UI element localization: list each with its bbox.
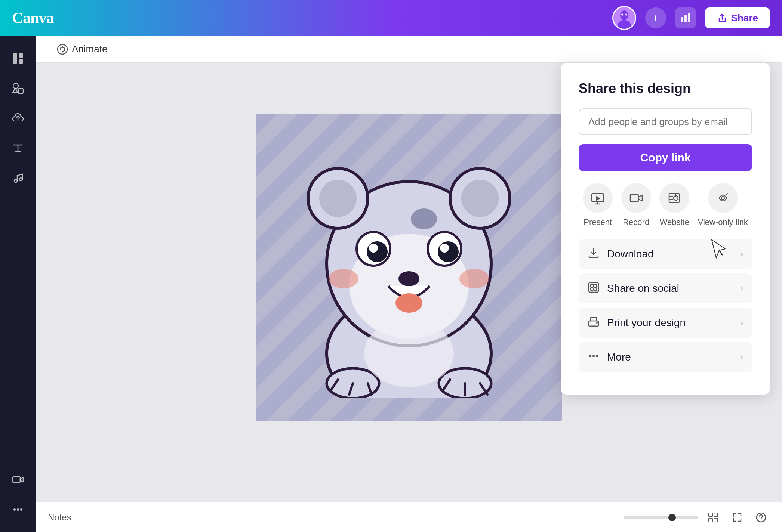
svg-rect-7 [688,13,690,22]
more-chevron: › [740,352,743,362]
svg-point-37 [459,269,489,288]
canvas-content: Share this design Copy link [36,63,782,502]
sidebar-item-audio[interactable] [4,164,31,191]
canvas-toolbar: Animate [36,36,782,63]
more-action[interactable]: More › [579,342,752,372]
more-icon [588,350,600,365]
svg-point-36 [329,269,358,288]
present-icon [583,183,613,213]
svg-point-62 [761,519,762,520]
svg-rect-15 [13,477,20,483]
svg-point-34 [398,271,419,286]
svg-rect-47 [589,282,598,292]
svg-point-55 [592,355,595,357]
svg-point-17 [17,508,19,511]
sidebar-item-more[interactable] [4,496,31,523]
canvas-area: Animate [36,36,782,532]
share-button[interactable]: Share [705,7,770,28]
main-layout: Animate [0,36,782,532]
svg-point-35 [395,293,422,313]
download-chevron: › [740,249,743,259]
zoom-slider[interactable] [624,516,698,519]
canvas-bottom-bar: Notes [36,502,782,532]
svg-point-32 [438,241,459,262]
top-navigation: Canva + Share [0,0,782,36]
fullscreen-button[interactable] [728,508,746,526]
download-label: Download [607,248,733,260]
print-action[interactable]: Print your design › [579,308,752,338]
share-social-icon [588,281,600,296]
share-panel: Share this design Copy link [561,63,770,395]
website-icon [659,183,689,213]
sidebar-item-elements[interactable] [4,75,31,102]
svg-point-33 [440,244,449,253]
svg-point-56 [596,355,598,357]
share-social-action[interactable]: Share on social › [579,273,752,303]
sidebar-item-text[interactable] [4,134,31,161]
svg-rect-50 [591,288,593,290]
svg-rect-57 [709,513,712,517]
svg-point-41 [364,320,454,387]
svg-rect-48 [591,284,593,287]
share-option-view-only[interactable]: View-only link [698,183,748,227]
stats-button[interactable] [675,7,696,28]
svg-point-19 [58,44,67,54]
notes-label: Notes [48,512,71,523]
svg-rect-60 [714,518,718,522]
svg-rect-10 [19,59,23,64]
svg-point-16 [13,508,16,511]
copy-link-button[interactable]: Copy link [579,144,752,171]
canva-logo: Canva [12,9,54,27]
animate-button[interactable]: Animate [48,40,116,59]
svg-rect-43 [630,194,638,202]
svg-point-11 [13,83,18,89]
share-option-record[interactable]: Record [621,183,651,227]
zoom-control [624,508,770,526]
svg-point-30 [369,244,378,253]
svg-point-46 [721,197,724,200]
design-canvas [256,114,562,421]
svg-point-54 [589,355,591,357]
svg-point-26 [461,180,499,217]
print-chevron: › [740,318,743,328]
svg-point-29 [367,241,388,262]
download-icon [588,247,600,262]
more-label: More [607,351,733,363]
user-avatar[interactable] [612,6,636,30]
left-sidebar [0,36,36,532]
add-button[interactable]: + [645,7,666,28]
svg-point-4 [625,13,627,15]
sidebar-item-layout[interactable] [4,45,31,72]
print-label: Print your design [607,317,733,329]
svg-rect-59 [709,518,712,522]
share-social-chevron: › [740,283,743,294]
record-label: Record [623,217,649,227]
present-label: Present [584,217,612,227]
svg-rect-12 [18,89,23,93]
record-icon [621,183,651,213]
sidebar-item-upload[interactable] [4,105,31,132]
svg-rect-6 [684,15,687,22]
share-panel-title: Share this design [579,81,752,96]
svg-rect-8 [13,53,17,64]
help-button[interactable] [752,508,770,526]
zoom-thumb[interactable] [668,514,676,521]
svg-point-3 [621,13,623,15]
svg-point-38 [411,208,437,229]
svg-point-53 [596,322,598,324]
sidebar-item-video[interactable] [4,466,31,493]
email-input[interactable] [579,108,752,135]
share-option-website[interactable]: Website [659,183,689,227]
svg-rect-51 [594,288,597,290]
svg-rect-5 [681,17,683,22]
download-action[interactable]: Download › [579,239,752,269]
grid-view-button[interactable] [704,508,722,526]
svg-point-20 [62,46,63,48]
print-icon [588,316,600,330]
view-only-icon [708,183,738,213]
view-only-label: View-only link [698,217,748,227]
share-option-present[interactable]: Present [583,183,613,227]
svg-rect-58 [714,513,718,517]
svg-rect-9 [19,53,23,58]
share-options-row: Present Record [579,183,752,227]
